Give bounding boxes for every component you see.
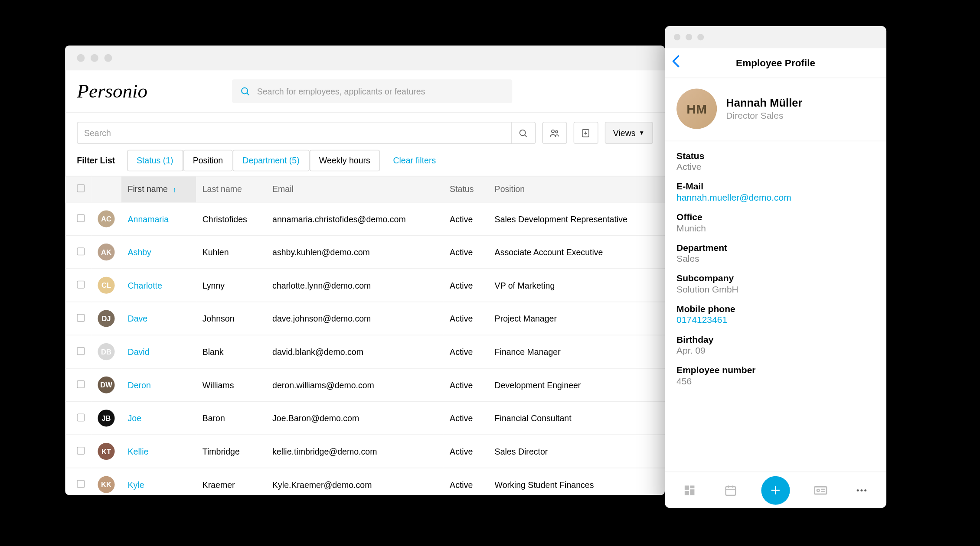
last-name-cell: Christofides [196, 202, 266, 236]
group-button[interactable] [542, 122, 567, 144]
table-row[interactable]: ACAnnamariaChristofidesannamaria.christo… [65, 202, 665, 236]
field-value[interactable]: hannah.mueller@demo.com [676, 192, 875, 202]
profile-role: Director Sales [726, 110, 802, 120]
table-row[interactable]: JBJoeBaronJoe.Baron@demo.comActiveFinanc… [65, 402, 665, 435]
field-label: Status [676, 150, 875, 161]
row-checkbox[interactable] [77, 446, 85, 454]
row-checkbox[interactable] [77, 214, 85, 222]
mobile-bottom-toolbar: + [665, 471, 886, 508]
profile-field: SubcompanySolution GmbH [676, 273, 875, 295]
email-cell: Kyle.Kraemer@demo.com [266, 468, 443, 495]
email-cell: david.blank@demo.com [266, 335, 443, 368]
first-name-link[interactable]: Ashby [128, 247, 151, 257]
profile-field: OfficeMunich [676, 211, 875, 233]
profile-field: StatusActive [676, 150, 875, 172]
profile-fields: StatusActiveE-Mailhannah.mueller@demo.co… [665, 141, 886, 471]
row-checkbox[interactable] [77, 314, 85, 322]
filter-chip[interactable]: Status (1) [127, 150, 183, 172]
status-cell: Active [443, 402, 488, 435]
status-cell: Active [443, 368, 488, 402]
table-row[interactable]: CLCharlotteLynnycharlotte.lynn@demo.comA… [65, 269, 665, 302]
field-label: Mobile phone [676, 303, 875, 314]
svg-rect-9 [690, 489, 694, 495]
email-cell: dave.johnson@demo.com [266, 302, 443, 335]
more-button[interactable] [851, 480, 872, 500]
back-button[interactable] [671, 55, 680, 72]
first-name-link[interactable]: David [128, 347, 150, 357]
more-icon [855, 484, 868, 497]
last-name-cell: Johnson [196, 302, 266, 335]
first-name-link[interactable]: Annamaria [128, 214, 169, 224]
mobile-titlebar [665, 26, 886, 48]
profile-field: Mobile phone0174123461 [676, 303, 875, 325]
row-checkbox[interactable] [77, 247, 85, 255]
export-icon [581, 128, 591, 138]
table-row[interactable]: DWDeronWilliamsderon.williams@demo.comAc… [65, 368, 665, 402]
global-search-placeholder: Search for employees, applicants or feat… [257, 86, 425, 96]
local-search-input[interactable] [77, 122, 510, 144]
first-name-link[interactable]: Deron [128, 380, 151, 390]
row-checkbox[interactable] [77, 347, 85, 354]
traffic-light-dot [91, 54, 98, 62]
add-button[interactable]: + [761, 476, 790, 504]
first-name-link[interactable]: Joe [128, 413, 142, 423]
local-search-group [77, 122, 536, 144]
contact-card-button[interactable] [810, 480, 831, 500]
col-last-name[interactable]: Last name [196, 176, 266, 202]
window-titlebar [65, 46, 665, 70]
clear-filters-link[interactable]: Clear filters [393, 156, 436, 166]
position-cell: Financial Consultant [488, 402, 665, 435]
views-dropdown[interactable]: Views ▼ [604, 122, 653, 144]
avatar: AK [98, 244, 114, 260]
search-icon [518, 128, 528, 138]
status-cell: Active [443, 468, 488, 495]
table-row[interactable]: DJDaveJohnsondave.johnson@demo.comActive… [65, 302, 665, 335]
col-email[interactable]: Email [266, 176, 443, 202]
position-cell: Associate Account Executive [488, 235, 665, 269]
field-label: Department [676, 242, 875, 253]
col-first-name[interactable]: First name ↑ [121, 176, 196, 202]
svg-line-3 [525, 135, 527, 136]
row-checkbox[interactable] [77, 380, 85, 388]
search-icon [240, 86, 251, 96]
views-label: Views [613, 128, 636, 138]
filter-chip[interactable]: Weekly hours [309, 150, 380, 172]
people-icon [549, 127, 560, 139]
field-label: Office [676, 211, 875, 222]
table-row[interactable]: AKAshbyKuhlenashby.kuhlen@demo.comActive… [65, 235, 665, 269]
calendar-button[interactable] [720, 480, 741, 500]
col-status[interactable]: Status [443, 176, 488, 202]
first-name-link[interactable]: Charlotte [128, 280, 162, 290]
field-label: E-Mail [676, 181, 875, 192]
row-checkbox[interactable] [77, 413, 85, 421]
row-checkbox[interactable] [77, 480, 85, 488]
list-toolbar: Views ▼ [65, 113, 665, 153]
filter-chip[interactable]: Position [183, 150, 233, 172]
first-name-link[interactable]: Dave [128, 314, 148, 324]
dashboard-button[interactable] [679, 480, 700, 500]
mobile-header-title: Employee Profile [736, 57, 815, 68]
table-row[interactable]: DBDavidBlankdavid.blank@demo.comActiveFi… [65, 335, 665, 368]
local-search-button[interactable] [511, 122, 536, 144]
export-button[interactable] [573, 122, 598, 144]
table-row[interactable]: KKKyleKraemerKyle.Kraemer@demo.comActive… [65, 468, 665, 495]
svg-rect-7 [684, 485, 689, 490]
table-row[interactable]: KTKellieTimbridgekellie.timbridge@demo.c… [65, 435, 665, 468]
status-cell: Active [443, 269, 488, 302]
global-search[interactable]: Search for employees, applicants or feat… [232, 79, 513, 103]
avatar: DW [98, 377, 114, 393]
svg-rect-11 [725, 486, 735, 495]
app-logo: Personio [77, 80, 147, 102]
first-name-link[interactable]: Kellie [128, 446, 149, 456]
profile-name: Hannah Müller [726, 97, 802, 110]
last-name-cell: Baron [196, 402, 266, 435]
select-all-checkbox[interactable] [77, 184, 85, 192]
col-position[interactable]: Position [488, 176, 665, 202]
svg-line-1 [247, 93, 249, 95]
position-cell: Finance Manager [488, 335, 665, 368]
field-value[interactable]: 0174123461 [676, 315, 875, 325]
row-checkbox[interactable] [77, 280, 85, 288]
first-name-link[interactable]: Kyle [128, 480, 144, 490]
profile-field: E-Mailhannah.mueller@demo.com [676, 181, 875, 203]
filter-chip[interactable]: Department (5) [233, 150, 309, 172]
